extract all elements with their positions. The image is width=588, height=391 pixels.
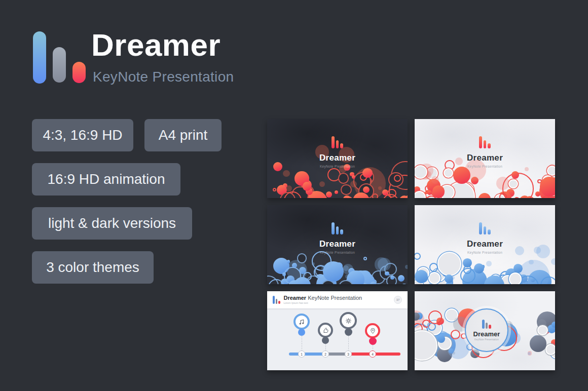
timeline-node-2: 2 [322,350,329,358]
dreamer-mini-logo [332,222,343,234]
slide-thumbnail-light-red[interactable]: Dreamer KeyNote Presentation [415,119,555,198]
slide-title: Dreamer [415,239,555,249]
thumbs-up-icon [322,327,329,334]
dreamer-mini-logo [479,136,491,148]
logo-bar-blue [33,31,46,84]
timeline-bar: 1 2 3 4 [289,353,400,356]
logo-bar-red [72,62,86,83]
dreamer-mini-logo [482,320,491,329]
logo-bar-gray [53,47,66,83]
map-pin-icon [370,328,376,334]
timeline-pin-2 [317,323,334,351]
page-number-badge: 37 [394,296,402,304]
slide-subtitle: KeyNote Presentation [267,251,408,254]
dreamer-mini-logo [273,296,280,304]
center-circle: Dreamer KeyNote Presentation [465,308,508,352]
feature-badge-themes: 3 color themes [32,251,154,284]
slide-title: Dreamer [415,153,555,163]
slide-subtitle: KeyNote Presentation [267,165,408,168]
slide-thumbnail-light-blue[interactable]: Dreamer KeyNote Presentation [415,205,555,284]
page-title: Dreamer [91,28,220,61]
dreamer-mini-logo [332,136,343,148]
slide-thumbnail-timeline[interactable]: Dreamer KeyNote Presentation Lorem Ipsum… [267,291,408,370]
slide-title: Dreamer [473,330,500,338]
slide-thumbnail-dark-red[interactable]: Dreamer KeyNote Presentation [267,119,408,198]
feature-badge-ratio: 4:3, 16:9 HD [32,119,133,151]
feature-badge-versions: light & dark versions [32,207,192,240]
gear-icon [345,318,352,324]
slide-title: Dreamer [267,153,408,163]
dreamer-mini-logo [479,222,491,234]
timeline-pin-4 [364,323,381,351]
timeline-node-3: 3 [345,350,352,358]
timeline-node-4: 4 [369,350,376,358]
feature-badge-animation: 16:9 HD animation [32,163,180,196]
timeline-slide-header: Dreamer KeyNote Presentation Lorem Ipsum… [267,291,408,308]
page-subtitle: KeyNote Presentation [93,69,234,85]
slide-thumbnail-circle-mixed[interactable]: Dreamer KeyNote Presentation [415,291,555,370]
timeline-slide-subtitle: Lorem Ipsum has text [284,302,362,305]
slide-subtitle: KeyNote Presentation [415,251,555,254]
timeline-node-1: 1 [298,350,305,358]
slide-subtitle: KeyNote Presentation [474,338,499,341]
music-note-icon [299,319,305,325]
timeline-pin-1 [293,314,310,351]
slide-thumbnail-dark-blue[interactable]: Dreamer KeyNote Presentation [267,205,408,284]
slide-subtitle: KeyNote Presentation [415,165,555,168]
timeline-pin-3 [340,312,357,351]
timeline-slide-title: Dreamer KeyNote Presentation [284,295,362,301]
slide-title: Dreamer [267,239,408,249]
feature-badge-print: A4 print [144,119,222,151]
